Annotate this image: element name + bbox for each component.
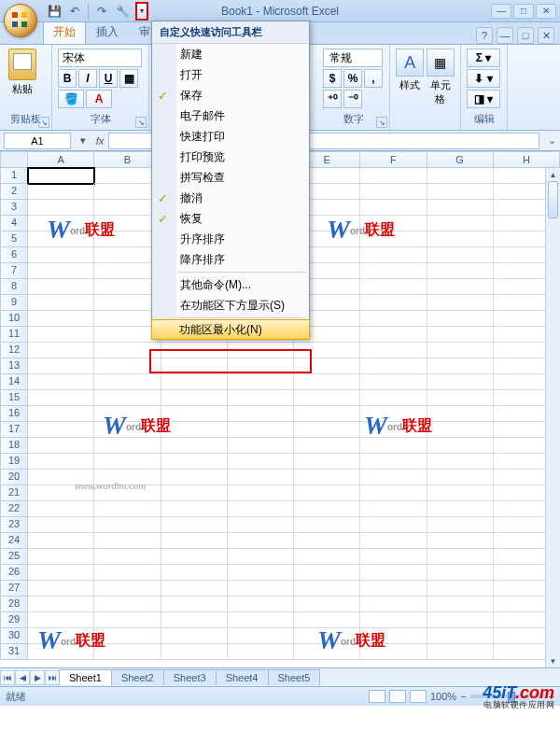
cell[interactable] [228, 628, 294, 644]
cell[interactable] [427, 279, 494, 295]
row-head[interactable]: 26 [0, 565, 28, 581]
cell[interactable] [28, 565, 94, 581]
cell[interactable] [427, 263, 494, 279]
cell[interactable] [228, 581, 294, 597]
cell[interactable] [161, 501, 228, 517]
cell[interactable] [28, 422, 94, 438]
row-head[interactable]: 3 [0, 200, 28, 216]
fill-button[interactable]: ⬇ ▾ [467, 69, 500, 88]
cell[interactable] [228, 470, 294, 485]
col-G[interactable]: G [427, 151, 494, 168]
view-layout[interactable] [389, 690, 406, 703]
namebox-dropdown[interactable]: ▾ [75, 133, 91, 149]
menu-item[interactable]: 升序排序 [152, 229, 309, 249]
fx-button[interactable]: fx [91, 133, 108, 149]
row-head[interactable]: 19 [0, 454, 28, 470]
cell[interactable] [360, 279, 427, 295]
cell[interactable] [427, 597, 494, 612]
formula-expand[interactable]: ⌄ [543, 133, 560, 149]
cell[interactable] [294, 358, 360, 374]
cell[interactable] [28, 279, 94, 295]
row-head[interactable]: 22 [0, 501, 28, 517]
cell[interactable] [28, 470, 94, 485]
doc-minimize-button[interactable]: — [497, 27, 513, 44]
cell[interactable] [28, 295, 94, 311]
cell[interactable] [94, 644, 161, 660]
cell[interactable] [427, 644, 494, 660]
cell[interactable] [28, 581, 94, 597]
row-head[interactable]: 21 [0, 485, 28, 501]
cell[interactable] [427, 628, 494, 644]
underline-button[interactable]: U [99, 69, 118, 88]
menu-item[interactable]: ✓恢复 [152, 208, 309, 229]
cell[interactable] [161, 581, 228, 597]
cell[interactable] [161, 612, 228, 628]
cell[interactable] [28, 533, 94, 549]
cell[interactable] [161, 454, 228, 470]
cell[interactable] [294, 374, 360, 390]
cell[interactable] [228, 406, 294, 422]
clear-button[interactable]: ◨ ▾ [467, 90, 500, 108]
cell[interactable] [427, 581, 494, 597]
menu-item[interactable]: 新建 [152, 44, 309, 64]
cell[interactable] [161, 390, 228, 406]
cell[interactable] [228, 597, 294, 612]
cell[interactable] [427, 501, 494, 517]
cell[interactable] [360, 485, 427, 501]
row-head[interactable]: 8 [0, 279, 28, 295]
cell[interactable] [360, 311, 427, 327]
cell[interactable] [161, 628, 228, 644]
row-head[interactable]: 15 [0, 390, 28, 406]
cell[interactable] [427, 422, 494, 438]
sheet-tab-3[interactable]: Sheet3 [163, 669, 217, 685]
row-head[interactable]: 9 [0, 295, 28, 311]
font-name-combo[interactable]: 宋体 [58, 49, 142, 67]
cell[interactable] [427, 470, 494, 485]
cell[interactable] [94, 517, 161, 533]
sheet-tab-2[interactable]: Sheet2 [111, 669, 164, 685]
tab-insert[interactable]: 插入 [86, 20, 129, 44]
cell[interactable] [427, 168, 494, 184]
dec-decimal-button[interactable]: ⁻⁰ [343, 90, 362, 108]
cell[interactable] [360, 247, 427, 263]
cell[interactable] [161, 485, 228, 501]
cell[interactable] [360, 470, 427, 485]
cell[interactable] [360, 501, 427, 517]
minimize-button[interactable]: — [491, 4, 511, 19]
row-head[interactable]: 28 [0, 597, 28, 612]
row-head[interactable]: 25 [0, 549, 28, 565]
comma-button[interactable]: , [364, 69, 383, 88]
redo-icon[interactable]: ↷ [94, 4, 109, 19]
row-head[interactable]: 20 [0, 470, 28, 485]
cell[interactable] [427, 612, 494, 628]
row-head[interactable]: 2 [0, 184, 28, 200]
doc-restore-button[interactable]: □ [517, 27, 534, 44]
cell[interactable] [228, 549, 294, 565]
cell[interactable] [427, 311, 494, 327]
cell[interactable] [360, 327, 427, 343]
styles-icon[interactable]: A [396, 49, 424, 77]
menu-item[interactable]: 降序排序 [152, 249, 309, 270]
inc-decimal-button[interactable]: ⁺⁰ [323, 90, 342, 108]
cell[interactable] [161, 533, 228, 549]
cell[interactable] [28, 485, 94, 501]
cell[interactable] [94, 501, 161, 517]
cell[interactable] [28, 247, 94, 263]
cell[interactable] [161, 597, 228, 612]
cell[interactable] [360, 168, 427, 184]
cell[interactable] [360, 232, 427, 247]
name-box[interactable]: A1 [4, 133, 71, 149]
cell[interactable] [294, 581, 360, 597]
scroll-up-arrow[interactable]: ▲ [546, 168, 560, 181]
cell[interactable] [94, 374, 161, 390]
tool-icon[interactable]: 🔧 [115, 4, 130, 19]
cell[interactable] [28, 501, 94, 517]
office-button[interactable] [4, 4, 37, 37]
scroll-thumb[interactable] [548, 181, 558, 218]
cell[interactable] [94, 406, 161, 422]
sheet-tab-5[interactable]: Sheet5 [268, 669, 321, 685]
cell[interactable] [161, 406, 228, 422]
cell[interactable] [94, 565, 161, 581]
cell[interactable] [28, 200, 94, 216]
row-head[interactable]: 30 [0, 628, 28, 644]
